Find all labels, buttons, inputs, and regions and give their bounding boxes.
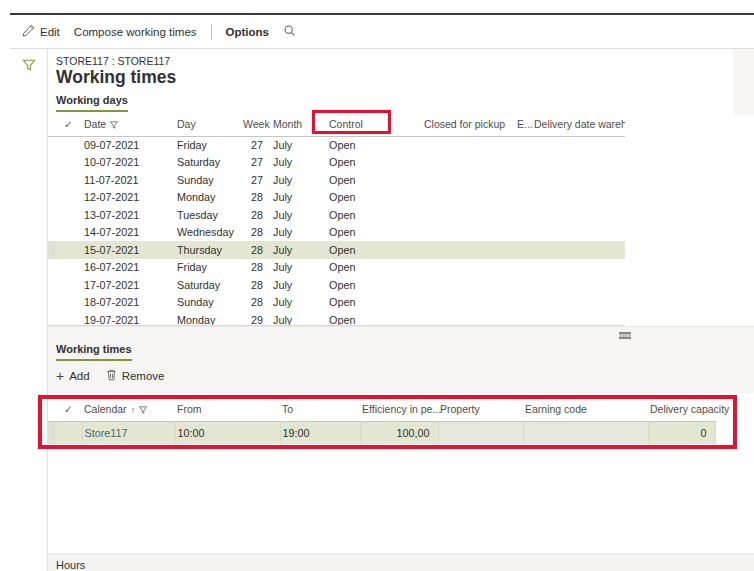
- working-day-row[interactable]: 10-07-2021Saturday27JulyOpen: [48, 154, 625, 172]
- row-indicator: [48, 189, 55, 207]
- cell-week: 27: [241, 154, 271, 172]
- cell-delivery-date-warehouse: [532, 171, 625, 189]
- cell-e: [515, 206, 532, 224]
- compose-working-times-button[interactable]: Compose working times: [74, 26, 197, 38]
- cell-efficiency: 100,00: [360, 421, 438, 444]
- col-control[interactable]: Control: [327, 113, 422, 136]
- section-label-hours[interactable]: Hours: [56, 559, 85, 571]
- working-day-row[interactable]: 15-07-2021Thursday28JulyOpen: [48, 241, 625, 259]
- options-menu-button[interactable]: Options: [226, 26, 269, 38]
- col-delivery-capacity[interactable]: Delivery capacity: [648, 398, 715, 421]
- working-time-row[interactable]: Store11710:0019:00100,000: [48, 421, 715, 444]
- cell-month: July: [271, 259, 327, 277]
- cell-e: [515, 259, 532, 277]
- filter-funnel-icon[interactable]: [22, 58, 36, 72]
- cell-week: 29: [241, 311, 271, 326]
- col-select-all[interactable]: ✓: [55, 398, 82, 421]
- cell-control: Open: [327, 311, 422, 326]
- cell-delivery-date-warehouse: [532, 154, 625, 172]
- cell-date: 17-07-2021: [82, 276, 175, 294]
- row-indicator: [48, 311, 55, 326]
- working-times-label: Working times: [56, 343, 132, 355]
- page-title: Working times: [56, 67, 176, 88]
- remove-button[interactable]: Remove: [106, 369, 165, 383]
- working-days-grid-container: ✓ Date Day Week Month Control Closed for…: [48, 113, 625, 326]
- cell-week: 28: [241, 206, 271, 224]
- col-efficiency[interactable]: Efficiency in pe...: [360, 398, 438, 421]
- cell-control: Open: [327, 189, 422, 207]
- row-checkbox: [55, 241, 82, 259]
- col-earning-code[interactable]: Earning code: [523, 398, 648, 421]
- cell-day: Tuesday: [175, 206, 241, 224]
- cell-day: Saturday: [175, 154, 241, 172]
- cell-control: Open: [327, 206, 422, 224]
- cell-closed-for-pickup: [422, 136, 515, 154]
- col-delivery-date-warehouse[interactable]: Delivery date warehouse: [532, 113, 625, 136]
- col-calendar[interactable]: Calendar↑: [82, 398, 175, 421]
- working-day-row[interactable]: 19-07-2021Monday29JulyOpen: [48, 311, 625, 326]
- cell-date: 19-07-2021: [82, 311, 175, 326]
- working-day-row[interactable]: 13-07-2021Tuesday28JulyOpen: [48, 206, 625, 224]
- row-checkbox: [55, 421, 82, 444]
- cell-month: July: [271, 294, 327, 312]
- working-day-row[interactable]: 11-07-2021Sunday27JulyOpen: [48, 171, 625, 189]
- cell-closed-for-pickup: [422, 189, 515, 207]
- working-day-row[interactable]: 09-07-2021Friday27JulyOpen: [48, 136, 625, 154]
- row-indicator: [48, 241, 55, 259]
- col-indicator: [48, 113, 55, 136]
- working-days-tbody: 09-07-2021Friday27JulyOpen10-07-2021Satu…: [48, 136, 625, 326]
- cell-e: [515, 276, 532, 294]
- col-week[interactable]: Week: [241, 113, 271, 136]
- tab-working-times[interactable]: Working times: [56, 343, 132, 361]
- cell-day: Monday: [175, 311, 241, 326]
- cell-week: 28: [241, 189, 271, 207]
- row-indicator: [48, 154, 55, 172]
- add-button[interactable]: + Add: [56, 370, 90, 382]
- col-date[interactable]: Date: [82, 113, 175, 136]
- working-day-row[interactable]: 14-07-2021Wednesday28JulyOpen: [48, 224, 625, 242]
- cell-closed-for-pickup: [422, 206, 515, 224]
- cell-day: Sunday: [175, 171, 241, 189]
- col-to[interactable]: To: [280, 398, 360, 421]
- compose-label: Compose working times: [74, 26, 197, 38]
- splitter-handle[interactable]: [619, 332, 631, 339]
- calendar-link[interactable]: Store117: [85, 427, 128, 439]
- cell-day: Friday: [175, 259, 241, 277]
- working-day-row[interactable]: 12-07-2021Monday28JulyOpen: [48, 189, 625, 207]
- cell-delivery-date-warehouse: [532, 259, 625, 277]
- cell-day: Sunday: [175, 294, 241, 312]
- col-e-truncated[interactable]: E...: [515, 113, 532, 136]
- cell-month: July: [271, 311, 327, 326]
- col-select-all[interactable]: ✓: [55, 113, 82, 136]
- col-from[interactable]: From: [175, 398, 280, 421]
- col-property[interactable]: Property: [438, 398, 523, 421]
- search-icon: [283, 24, 296, 39]
- cell-to: 19:00: [280, 421, 360, 444]
- options-label: Options: [226, 26, 269, 38]
- trash-icon: [106, 369, 117, 383]
- working-day-row[interactable]: 18-07-2021Sunday28JulyOpen: [48, 294, 625, 312]
- working-day-row[interactable]: 16-07-2021Friday28JulyOpen: [48, 259, 625, 277]
- cell-e: [515, 294, 532, 312]
- search-button[interactable]: [283, 24, 296, 39]
- edit-button[interactable]: Edit: [22, 24, 60, 39]
- col-closed-for-pickup[interactable]: Closed for pickup: [422, 113, 515, 136]
- cell-day: Wednesday: [175, 224, 241, 242]
- col-month[interactable]: Month: [271, 113, 327, 136]
- cell-control: Open: [327, 154, 422, 172]
- cell-date: 16-07-2021: [82, 259, 175, 277]
- filter-sidebar: [10, 49, 48, 571]
- row-checkbox: [55, 259, 82, 277]
- cell-closed-for-pickup: [422, 171, 515, 189]
- cell-day: Thursday: [175, 241, 241, 259]
- working-day-row[interactable]: 17-07-2021Saturday28JulyOpen: [48, 276, 625, 294]
- tab-working-days[interactable]: Working days: [56, 94, 128, 112]
- cell-week: 28: [241, 224, 271, 242]
- cell-date: 13-07-2021: [82, 206, 175, 224]
- cell-date: 18-07-2021: [82, 294, 175, 312]
- cell-e: [515, 136, 532, 154]
- col-day[interactable]: Day: [175, 113, 241, 136]
- cell-e: [515, 311, 532, 326]
- working-times-tbody: Store11710:0019:00100,000: [48, 421, 715, 444]
- row-checkbox: [55, 154, 82, 172]
